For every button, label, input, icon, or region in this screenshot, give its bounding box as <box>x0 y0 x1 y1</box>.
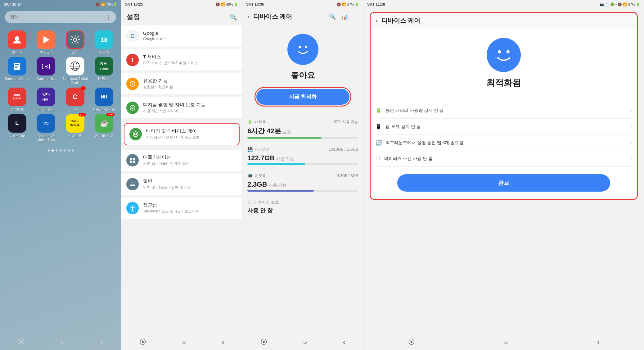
app-coupang[interactable]: C 1 쿠팡 <box>62 88 88 111</box>
app-settings[interactable]: 설정 <box>62 30 88 54</box>
opt-app-error-text: 앱 오류 감지 안 됨 <box>385 124 421 130</box>
optimized-card: ‹ 디바이스 케어 최적화됨 � <box>370 12 638 200</box>
svg-point-10 <box>47 65 48 66</box>
nav-recent-3[interactable]: ⦿ <box>260 338 267 346</box>
status-signal-3: 🔇 📶 67% 🔋 <box>337 2 359 7</box>
nav-home-4[interactable]: ○ <box>504 338 508 346</box>
optimize-button[interactable]: 지금 최적화 <box>256 89 349 105</box>
dc-search-icon[interactable]: 🔍 <box>329 13 336 20</box>
settings-item-wellbeing[interactable]: 디지털 웰빙 및 자녀 보호 기능 사용 시간 • 앱 타이머 <box>121 97 242 119</box>
nav-back-4[interactable]: ‹ <box>597 338 599 346</box>
svg-point-19 <box>131 107 132 107</box>
storage-progress-fill <box>247 163 305 165</box>
opt-item-app-error[interactable]: 📱 앱 오류 감지 안 됨 › <box>376 119 632 135</box>
app-kakao[interactable]: TALK917125 679 카카오톡 <box>62 114 88 142</box>
app-samsung-notes[interactable]: Samsung Notes <box>4 57 30 85</box>
battery-text: 배터리 및 디바이스 케어 저장공간 • RAM • 디바이스 보호 <box>146 128 234 140</box>
back-button-4[interactable]: ‹ <box>376 17 378 24</box>
settings-item-apps[interactable]: 애플리케이션 기본 앱 • 애플리케이션 설정 <box>121 150 242 171</box>
bottom-nav-4: ⦿ ○ ‹ <box>363 334 644 350</box>
badge-naver: 999+ <box>106 113 115 116</box>
stat-battery[interactable]: 🔋 배터리 67% 사용 가능 6시간 42분 남음 <box>247 115 358 143</box>
svg-point-18 <box>130 105 135 110</box>
app-label-contacts: 연락처 <box>12 50 22 54</box>
carrier-time-4: SKT 11:18 <box>367 2 385 7</box>
accessibility-text: 접근성 TalkBack • 모노 오디오 • 보조메뉴 <box>143 202 237 214</box>
opt-item-app-error-left: 📱 앱 오류 감지 안 됨 <box>376 124 421 130</box>
battery-sub: 저장공간 • RAM • 디바이스 보호 <box>146 135 234 140</box>
face-good-circle <box>287 34 318 65</box>
settings-item-google[interactable]: G Google Google 서비스 <box>121 25 242 47</box>
general-sub: 언어 및 키보드 • 날짜 및 시간 <box>143 185 237 190</box>
app-lotte[interactable]: DIGILOCA 롯데카드 <box>4 88 30 111</box>
stat-storage[interactable]: 💾 저장공간 133.3GB / 256GB 122.7GB 사용 가능 <box>247 143 358 169</box>
nav-home[interactable]: ○ <box>61 338 65 346</box>
app-play-music[interactable]: Play 뮤직 <box>33 30 60 54</box>
more-options-icon[interactable]: ⋮ <box>106 14 111 20</box>
apps-text: 애플리케이션 기본 앱 • 애플리케이션 설정 <box>143 154 237 166</box>
google-sub: Google 서비스 <box>143 36 237 42</box>
app-naver-cafe[interactable]: ☕ 999+ 네이버 카페 <box>91 114 118 142</box>
google-icon: G <box>126 30 139 42</box>
settings-item-t[interactable]: T T 서비스 SKT 서비스 앱 • SKT 추천 서비스 <box>121 49 242 71</box>
nav-recent-2[interactable]: ⦿ <box>139 338 146 346</box>
opt-battery-text: 높은 배터리 사용량 감지 안 됨 <box>385 108 444 113</box>
app-ahnlab[interactable]: VS AhnLab V3 Mobile Plus <box>33 114 60 142</box>
app-grid: 연락처 Play 뮤직 설정 18 캘린더 Samsung Notes <box>0 25 121 147</box>
app-icon-contacts <box>8 30 26 49</box>
stat-memory[interactable]: 💻 메모리 4.8GB / 8GB 2.3GB 사용 가능 <box>247 169 358 196</box>
app-post-bank[interactable]: 잇다예금 우체국뱅킹 <box>33 88 60 111</box>
complete-button[interactable]: 완료 <box>397 174 610 192</box>
svg-point-37 <box>507 50 510 53</box>
app-nh-banking[interactable]: NHBank NH뱅킹 <box>91 57 118 85</box>
wellbeing-icon <box>126 102 139 114</box>
status-icons-4: 📷 📩 🟢 • 🔇 📶 57% 🔋 <box>600 2 640 7</box>
carrier-time-1: SKT 10:24 <box>4 2 22 7</box>
app-samsung-global[interactable]: Samsung Global Goals <box>62 57 88 85</box>
apps-sub: 기본 앱 • 애플리케이션 설정 <box>143 161 237 166</box>
face-label-good: 좋아요 <box>291 70 315 81</box>
settings-title: 설정 <box>126 12 140 22</box>
divider-2 <box>121 71 242 73</box>
back-button-3[interactable]: ‹ <box>247 13 250 20</box>
dc-chart-icon[interactable]: 📊 <box>341 13 348 20</box>
settings-item-battery[interactable]: 배터리 및 디바이스 케어 저장공간 • RAM • 디바이스 보호 <box>124 124 239 145</box>
stat-device-protection[interactable]: 🛡 디바이스 보호 사용 안 함 <box>247 196 358 218</box>
app-icon-coupang: C 1 <box>66 88 84 106</box>
app-icon-kakao: TALK917125 679 <box>66 114 84 133</box>
app-gaming-hub[interactable]: Gaming Hub <box>33 57 60 85</box>
storage-stat-value: 122.7GB <box>247 154 275 162</box>
nav-recent-4[interactable]: ⦿ <box>408 338 415 346</box>
settings-item-useful[interactable]: 유용한 기능 실험실 • 측면 버튼 <box>121 73 242 95</box>
nav-back-3[interactable]: ‹ <box>343 338 345 346</box>
nav-back[interactable]: ‹ <box>101 338 103 346</box>
settings-search-icon[interactable]: 🔍 <box>229 13 237 21</box>
search-bar[interactable]: 검색 ⋮ <box>5 11 116 23</box>
opt-virus-chevron: › <box>630 156 632 161</box>
app-nh-smart[interactable]: NH NH스마트인증 <box>91 88 118 111</box>
app-lifeafter[interactable]: L 라이프앱터 <box>4 114 30 142</box>
settings-item-general[interactable]: 일반 언어 및 키보드 • 날짜 및 시간 <box>121 174 242 195</box>
nav-back-2[interactable]: ‹ <box>222 338 224 346</box>
svg-point-22 <box>134 133 135 134</box>
dc-more-icon[interactable]: ⋮ <box>353 13 358 20</box>
svg-point-23 <box>136 133 137 134</box>
opt-item-virus[interactable]: 🛡 바이러스 스캔 사용 안 함 › <box>376 151 632 167</box>
app-label-naver-cafe: 네이버 카페 <box>95 134 113 138</box>
nav-home-2[interactable]: ○ <box>182 338 186 346</box>
storage-progress <box>247 163 358 165</box>
app-calendar[interactable]: 18 캘린더 <box>91 30 118 54</box>
opt-item-battery[interactable]: 🔋 높은 배터리 사용량 감지 안 됨 › <box>376 102 632 119</box>
opt-item-background[interactable]: 🔄 백그라운드에서 실행 중인 앱 3개 종료됨 › <box>376 135 632 151</box>
app-label-kakao: 카카오톡 <box>68 134 82 138</box>
nav-recent[interactable]: ⦿ <box>18 338 25 346</box>
svg-rect-26 <box>130 161 132 163</box>
app-contacts[interactable]: 연락처 <box>4 30 30 54</box>
app-icon-nh-banking: NHBank <box>95 57 113 75</box>
protection-stat-icon: 🛡 <box>247 200 252 205</box>
opt-background-chevron: › <box>630 140 632 146</box>
storage-stat-icon: 💾 <box>247 147 253 152</box>
nav-home-3[interactable]: ○ <box>303 338 307 346</box>
optimize-btn-wrapper: 지금 최적화 <box>254 87 351 107</box>
settings-item-accessibility[interactable]: 접근성 TalkBack • 모노 오디오 • 보조메뉴 <box>121 198 242 219</box>
